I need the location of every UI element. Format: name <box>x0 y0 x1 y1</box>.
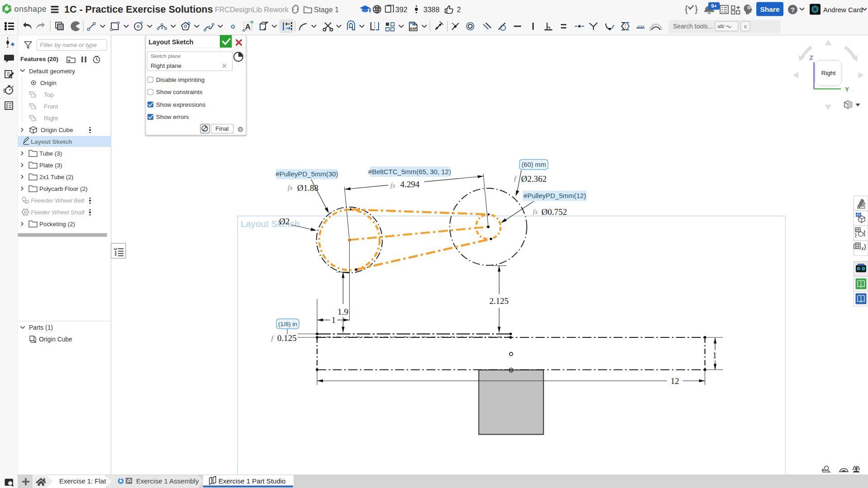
svg-text:2x1 Tube (2): 2x1 Tube (2) <box>39 174 73 180</box>
svg-text:}: } <box>695 4 698 14</box>
svg-text:Filter by name or type: Filter by name or type <box>40 42 97 48</box>
svg-text:fx: fx <box>288 184 293 191</box>
svg-text:Feeeder Wheel Belt: Feeeder Wheel Belt <box>31 197 85 204</box>
svg-text:Stage 1: Stage 1 <box>314 6 339 14</box>
svg-text:Origin Cube: Origin Cube <box>39 336 72 343</box>
svg-text:Andrew Card: Andrew Card <box>823 6 863 14</box>
svg-text:Disable imprinting: Disable imprinting <box>156 76 204 83</box>
svg-text:A: A <box>245 23 251 31</box>
svg-text:0.125: 0.125 <box>277 333 297 343</box>
svg-text:Show constraints: Show constraints <box>156 89 203 95</box>
svg-text:#BeltCTC_5mm(65, 30, 12): #BeltCTC_5mm(65, 30, 12) <box>368 168 451 175</box>
svg-text:Right: Right <box>44 115 58 122</box>
svg-text:Plate (3): Plate (3) <box>39 162 62 169</box>
svg-text:Right plane: Right plane <box>151 62 181 69</box>
svg-text:{: { <box>685 4 688 14</box>
svg-text:Share: Share <box>760 5 779 13</box>
svg-text:Final: Final <box>215 125 228 132</box>
svg-text:?: ? <box>791 6 795 14</box>
svg-text:Origin: Origin <box>40 80 57 86</box>
svg-text:3388: 3388 <box>423 6 440 14</box>
svg-text:2.125: 2.125 <box>489 296 509 306</box>
svg-text:1: 1 <box>332 315 336 325</box>
svg-text:Exercise 1: Flat: Exercise 1: Flat <box>59 477 106 485</box>
svg-text:Exercise 1 Assembly: Exercise 1 Assembly <box>136 477 199 485</box>
svg-text:(1/8) in: (1/8) in <box>278 321 297 327</box>
svg-text:#PulleyPD_5mm(12): #PulleyPD_5mm(12) <box>523 192 586 199</box>
svg-text:Pocketing (2): Pocketing (2) <box>39 221 75 227</box>
svg-text:Z: Z <box>809 54 813 61</box>
svg-text:Feeder Wheel Shaft: Feeder Wheel Shaft <box>31 209 85 216</box>
svg-text:Sketch plane: Sketch plane <box>151 53 181 59</box>
svg-text:Top: Top <box>44 91 54 98</box>
svg-text:Show expressions: Show expressions <box>156 101 206 108</box>
svg-text:4.294: 4.294 <box>400 180 420 189</box>
svg-text:12: 12 <box>671 376 679 386</box>
svg-text:Features (20): Features (20) <box>20 56 58 62</box>
svg-text:392: 392 <box>395 6 408 14</box>
svg-text:fx: fx <box>390 182 395 189</box>
svg-text:Layout Sketch: Layout Sketch <box>149 38 194 46</box>
svg-text:Ø0.752: Ø0.752 <box>541 207 567 217</box>
svg-text:ƒ: ƒ <box>513 174 517 183</box>
svg-text:Right: Right <box>821 70 836 76</box>
svg-text:Polycarb Floor (2): Polycarb Floor (2) <box>39 185 87 192</box>
svg-text:onshape: onshape <box>14 5 47 14</box>
svg-text:Y: Y <box>845 86 849 93</box>
svg-text:Origin Cube: Origin Cube <box>41 127 73 133</box>
svg-text:Ø1.88: Ø1.88 <box>297 183 318 193</box>
svg-text:1.9: 1.9 <box>337 307 348 317</box>
svg-text:FRCDesignLib Rework: FRCDesignLib Rework <box>215 6 289 14</box>
svg-text:alt/: alt/ <box>717 24 725 29</box>
svg-text:#PulleyPD_5mm(30): #PulleyPD_5mm(30) <box>275 170 338 178</box>
svg-text:fx: fx <box>533 208 538 215</box>
svg-text:ƒ: ƒ <box>270 334 275 342</box>
svg-text:x: x <box>861 245 864 251</box>
svg-text:Ø2.362: Ø2.362 <box>521 174 546 184</box>
svg-text:DXF: DXF <box>410 27 417 31</box>
svg-text:1: 1 <box>712 351 717 360</box>
svg-text:9+: 9+ <box>711 3 717 9</box>
svg-text:Layout Sketch: Layout Sketch <box>31 138 72 145</box>
svg-text:Show errors: Show errors <box>156 114 189 120</box>
svg-text:Search tools...: Search tools... <box>673 23 713 30</box>
svg-text:1C - Practice Exercise Solutio: 1C - Practice Exercise Solutions <box>64 4 213 15</box>
svg-text:?: ? <box>239 127 242 132</box>
svg-text:Layout Sketch: Layout Sketch <box>241 219 300 229</box>
svg-text:c: c <box>744 24 747 29</box>
svg-text:Tube (3): Tube (3) <box>39 150 62 157</box>
svg-text:Ø2: Ø2 <box>279 217 289 226</box>
svg-text:Parts (1): Parts (1) <box>29 324 53 331</box>
svg-text:Exercise 1 Part Studio: Exercise 1 Part Studio <box>218 477 285 485</box>
svg-text:Default geometry: Default geometry <box>29 68 75 75</box>
svg-text:(60) mm: (60) mm <box>522 161 546 168</box>
svg-text:Front: Front <box>44 103 58 110</box>
svg-text:2: 2 <box>457 6 461 14</box>
